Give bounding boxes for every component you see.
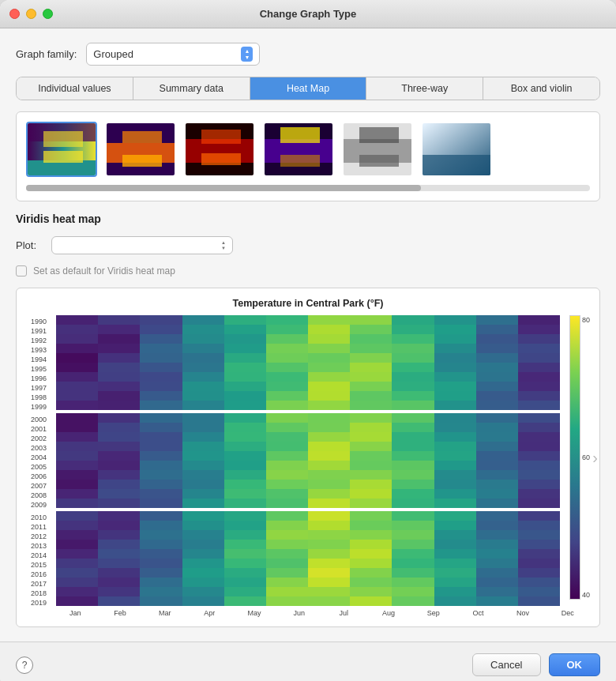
heatmap-cell [392, 489, 434, 499]
year-label: 2008 [26, 491, 50, 500]
heatmap-cell [140, 511, 182, 521]
heatmap-cell [350, 596, 392, 606]
heatmap-cell [224, 353, 266, 363]
heatmap-cell [350, 451, 392, 461]
heatmap-cell [56, 413, 98, 423]
heatmap-cell [56, 596, 98, 606]
heatmap-cell [182, 442, 224, 451]
heatmap-cell [182, 315, 224, 325]
year-label: 2005 [26, 462, 50, 472]
plot-select[interactable] [51, 236, 233, 254]
heatmap-cell [392, 568, 434, 578]
heatmap-cell [476, 470, 518, 480]
heatmap-cell [434, 423, 476, 432]
heatmap-cell [140, 461, 182, 470]
heatmap-cell [98, 470, 140, 480]
thumbnail-1[interactable] [26, 122, 97, 177]
heatmap-cell [392, 325, 434, 334]
heatmap-cell [182, 549, 224, 559]
heatmap-cell [392, 315, 434, 325]
heatmap-cell [224, 489, 266, 499]
cancel-button[interactable]: Cancel [472, 653, 540, 676]
thumbnail-2[interactable] [105, 122, 176, 177]
tab-individual-values[interactable]: Individual values [17, 77, 133, 100]
heatmap-cell [266, 549, 308, 559]
heatmap-cell [476, 461, 518, 470]
color-scale-container: 80 60 40 [569, 315, 590, 608]
graph-family-label: Graph family: [16, 48, 77, 60]
year-label: 2015 [26, 560, 50, 570]
thumbnail-3[interactable] [184, 122, 255, 177]
heatmap-cell [98, 578, 140, 587]
plot-select-arrows-icon [221, 240, 226, 250]
heatmap-cell [266, 470, 308, 480]
scale-label-high: 80 [582, 316, 590, 324]
ok-button[interactable]: OK [549, 653, 601, 676]
heatmap-cell [182, 578, 224, 587]
help-button[interactable]: ? [16, 657, 33, 674]
heatmap-cell [308, 511, 350, 521]
heatmap-cell [350, 353, 392, 363]
heatmap-cell [350, 540, 392, 549]
thumbnail-4[interactable] [263, 122, 334, 177]
heatmap-cell [266, 578, 308, 587]
thumbnail-5[interactable] [342, 122, 413, 177]
heatmap-cell [392, 578, 434, 587]
heatmap-cell [350, 382, 392, 391]
year-label: 2006 [26, 472, 50, 481]
tab-summary-data[interactable]: Summary data [133, 77, 250, 100]
svg-rect-21 [359, 155, 399, 167]
heatmap-cell [350, 334, 392, 344]
heatmap-cell [308, 470, 350, 480]
graph-family-select[interactable]: Grouped [86, 43, 260, 66]
scrollbar-thumb [26, 185, 421, 191]
next-arrow[interactable]: › [592, 449, 598, 467]
heatmap-cell [98, 587, 140, 596]
month-label: Dec [545, 609, 590, 617]
heatmap-cell [308, 587, 350, 596]
tab-box-violin[interactable]: Box and violin [483, 77, 599, 100]
heatmap-row [56, 353, 560, 363]
month-label: Nov [501, 609, 546, 617]
heatmap-row [56, 432, 560, 442]
heatmap-cell [56, 559, 98, 568]
heatmap-cell [140, 382, 182, 391]
heatmap-row [56, 413, 560, 423]
default-checkbox[interactable] [16, 265, 27, 277]
month-label: May [232, 609, 277, 617]
heatmap-cell [98, 382, 140, 391]
minimize-button[interactable] [26, 9, 36, 19]
tab-bar: Individual values Summary data Heat Map … [16, 77, 600, 100]
heatmap-cell [308, 334, 350, 344]
thumbnail-scrollbar[interactable] [26, 185, 590, 191]
heatmap-cell [140, 499, 182, 508]
heatmap-cell [98, 521, 140, 530]
year-label: 1990 [26, 317, 50, 326]
heatmap-cell [182, 353, 224, 363]
heatmap-cell [266, 363, 308, 372]
heatmap-cell [434, 559, 476, 568]
heatmap-cell [392, 382, 434, 391]
heatmap-cell [224, 391, 266, 401]
heatmap-row [56, 372, 560, 382]
heatmap-cell [518, 540, 560, 549]
heatmap-cell [350, 480, 392, 489]
close-button[interactable] [9, 9, 20, 19]
tab-three-way[interactable]: Three-way [366, 77, 483, 100]
maximize-button[interactable] [43, 9, 53, 19]
heatmap-cell [266, 413, 308, 423]
heatmap-cell [98, 530, 140, 540]
heatmap-cell [182, 568, 224, 578]
heatmap-cell [56, 391, 98, 401]
heatmap-cell [224, 315, 266, 325]
heatmap-row [56, 521, 560, 530]
heatmap-cell [266, 511, 308, 521]
heatmap-cell [350, 344, 392, 353]
thumbnail-6[interactable] [421, 122, 492, 177]
tab-heat-map[interactable]: Heat Map [250, 77, 367, 100]
svg-rect-20 [359, 127, 399, 143]
heatmap-cell [182, 325, 224, 334]
heatmap-cell [224, 451, 266, 461]
heatmap-cell [224, 344, 266, 353]
heatmap-cell [434, 568, 476, 578]
